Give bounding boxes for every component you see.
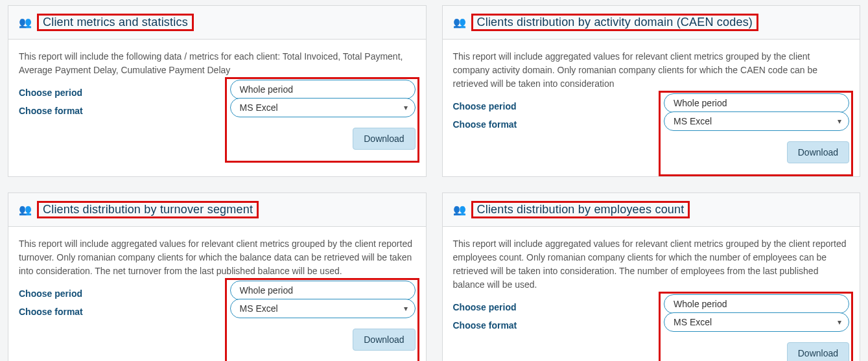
format-select[interactable]: MS Excel [664, 312, 849, 332]
choose-format-label: Choose format [19, 106, 226, 116]
period-input[interactable] [230, 80, 416, 99]
people-icon: 👥 [453, 205, 466, 215]
choose-period-label: Choose period [19, 288, 226, 299]
choose-format-label: Choose format [19, 307, 226, 317]
report-card-turnover: 👥 Clients distribution by turnover segme… [8, 192, 427, 361]
choose-period-label: Choose period [19, 87, 226, 98]
format-select[interactable]: MS Excel [664, 111, 849, 131]
card-description: This report will include aggregated valu… [453, 50, 850, 91]
card-title: Client metrics and statistics [43, 16, 188, 29]
format-select[interactable]: MS Excel [230, 299, 416, 318]
report-card-caen: 👥 Clients distribution by activity domai… [442, 5, 861, 177]
card-title: Clients distribution by turnover segment [43, 203, 253, 216]
period-input[interactable] [664, 93, 849, 113]
format-select[interactable]: MS Excel [230, 98, 416, 117]
report-card-employees: 👥 Clients distribution by employees coun… [442, 192, 861, 361]
card-description: This report will include aggregated valu… [453, 237, 850, 292]
card-title: Clients distribution by employees count [477, 203, 685, 216]
report-card-metrics: 👥 Client metrics and statistics This rep… [8, 5, 427, 177]
card-description: This report will include aggregated valu… [19, 237, 416, 278]
choose-period-label: Choose period [453, 101, 661, 111]
card-description: This report will include the following d… [19, 50, 416, 77]
people-icon: 👥 [19, 205, 32, 215]
people-icon: 👥 [19, 17, 32, 28]
choose-format-label: Choose format [453, 320, 661, 331]
choose-period-label: Choose period [453, 302, 661, 312]
card-header: 👥 Client metrics and statistics [8, 6, 426, 40]
card-header: 👥 Clients distribution by activity domai… [443, 6, 860, 40]
card-title: Clients distribution by activity domain … [477, 16, 753, 29]
period-input[interactable] [230, 281, 416, 300]
people-icon: 👥 [453, 17, 466, 28]
card-header: 👥 Clients distribution by turnover segme… [8, 193, 426, 227]
card-header: 👥 Clients distribution by employees coun… [443, 193, 860, 227]
choose-format-label: Choose format [453, 119, 661, 130]
period-input[interactable] [664, 294, 849, 314]
